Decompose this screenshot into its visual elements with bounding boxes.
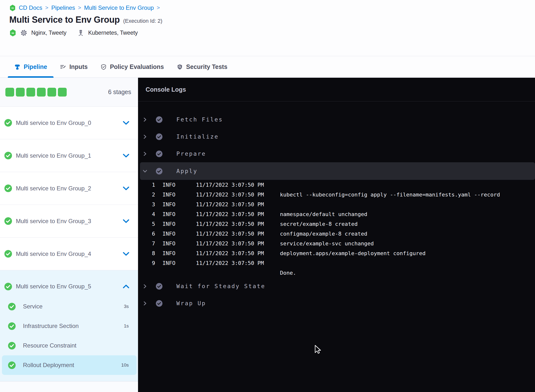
log-message: service/example-svc unchanged [280,240,374,247]
chevron-down-icon[interactable] [143,169,147,173]
chevron-right-icon[interactable] [143,284,147,288]
breadcrumb-separator: > [157,5,160,11]
step-row[interactable]: Service 3s [0,297,138,316]
step-duration: 10s [121,362,129,368]
policy-shield-check-icon [100,64,107,70]
chevron-right-icon[interactable] [143,135,147,139]
stage-row[interactable]: Multi service to Env Group_3 [0,205,138,238]
log-level: INFO [162,260,177,266]
log-timestamp: 11/17/2022 3:07:50 PM [196,221,264,227]
stage-row[interactable]: Multi service to Env Group_2 [0,172,138,205]
stages-summary: 6 stages [0,78,138,107]
log-message: secret/example-8 created [280,221,358,227]
stage-progress-square [47,88,56,97]
log-level: INFO [162,250,177,256]
stage-count-label: 6 stages [108,88,131,96]
log-line: Done. [138,268,535,278]
log-message: namespace/default unchanged [280,211,367,217]
step-row[interactable]: Infrastructure Section 1s [0,316,138,336]
stage-progress-square [37,88,46,97]
log-line-number: 9 [143,260,155,266]
console-step-row[interactable]: Wait for Steady State [138,278,535,295]
console-step-row[interactable]: Fetch Files [138,111,535,128]
log-line: 6 INFO 11/17/2022 3:07:50 PM configmap/e… [138,229,535,239]
tab-label: Policy Evaluations [110,63,164,70]
log-line: 1 INFO 11/17/2022 3:07:50 PM [138,180,535,190]
step-success-check-icon [156,151,162,157]
console-body: Fetch Files Initialize Prepare Apply 1 I… [138,101,535,312]
console-step-row[interactable]: Initialize [138,128,535,145]
log-message: deployment.apps/example-deployment confi… [280,250,426,256]
expanded-stage: Multi service to Env Group_5 Service 3s … [0,270,138,381]
stage-row[interactable]: Multi service to Env Group_0 [0,107,138,139]
chevron-up-icon[interactable] [123,284,129,288]
log-level: INFO [162,182,177,188]
console-step-row[interactable]: Apply [140,162,535,180]
log-line: 8 INFO 11/17/2022 3:07:50 PM deployment.… [138,248,535,258]
breadcrumb-link[interactable]: Multi Service to Env Group [84,4,154,11]
step-row[interactable]: Rollout Deployment 10s [2,355,137,375]
console-step-row[interactable]: Wrap Up [138,295,535,312]
log-line-number: 7 [143,240,155,247]
success-check-icon [4,119,12,127]
tab-security-tests[interactable]: Security Tests [170,56,234,77]
stage-label: Multi service to Env Group_2 [16,185,123,192]
breadcrumb-separator: > [78,5,81,11]
stage-row[interactable]: Multi service to Env Group_1 [0,139,138,172]
services-label[interactable]: Nginx, Tweety [31,30,66,36]
step-success-check-icon [156,133,162,140]
log-level: INFO [162,221,177,227]
stage-progress-square [26,88,35,97]
console-logs-header: Console Logs [138,78,535,101]
step-duration: 3s [124,304,129,309]
step-label: Resource Constraint [23,342,76,349]
stage-list: Multi service to Env Group_0 Multi servi… [0,107,138,381]
tab-policy-evaluations[interactable]: Policy Evaluations [94,56,170,77]
stage-progress-square [16,88,25,97]
chevron-down-icon[interactable] [123,154,129,158]
log-timestamp: 11/17/2022 3:07:50 PM [196,231,264,237]
chevron-down-icon[interactable] [123,252,129,256]
chevron-down-icon[interactable] [123,186,129,190]
step-success-check-icon [156,168,162,174]
step-success-check-icon [156,283,162,290]
console-step-label: Wrap Up [176,300,206,306]
stage-row[interactable]: Multi service to Env Group_5 [0,270,138,297]
stage-row[interactable]: Multi service to Env Group_4 [0,238,138,270]
chevron-down-icon[interactable] [123,219,129,223]
chevron-right-icon[interactable] [143,152,147,156]
console-logs-panel: Console Logs Fetch Files Initialize Prep… [138,78,535,392]
console-step-label: Fetch Files [176,116,223,123]
security-shield-search-icon [177,64,183,70]
mouse-cursor [315,345,322,355]
gear-icon [20,29,27,36]
breadcrumb-link[interactable]: Pipelines [51,4,75,11]
chevron-down-icon[interactable] [123,121,129,125]
chevron-right-icon[interactable] [143,118,147,122]
success-check-icon [4,283,12,290]
spacer [0,375,138,381]
breadcrumb-link[interactable]: CD Docs [19,4,42,11]
svg-text:∞: ∞ [11,6,14,10]
log-line-number: 2 [143,192,155,198]
tab-inputs[interactable]: Inputs [54,56,94,77]
success-check-icon [8,303,16,310]
step-success-check-icon [156,300,162,307]
tab-pipeline[interactable]: Pipeline [8,56,54,77]
success-check-icon [4,185,12,192]
log-line: 5 INFO 11/17/2022 3:07:50 PM secret/exam… [138,219,535,229]
sidebar-empty-area [0,381,138,392]
log-line-number: 8 [143,250,155,256]
log-level: INFO [162,211,177,217]
environments-label[interactable]: Kubernetes, Tweety [88,30,138,36]
page-title: Multi Service to Env Group [9,15,120,25]
step-label: Infrastructure Section [23,323,79,329]
log-line-number: 1 [143,182,155,188]
console-step-row[interactable]: Prepare [138,145,535,162]
success-check-icon [8,322,16,330]
chevron-right-icon[interactable] [143,301,147,305]
step-success-check-icon [156,116,162,123]
console-step-label: Apply [176,168,198,174]
console-logs-title: Console Logs [146,86,186,93]
step-row[interactable]: Resource Constraint [0,336,138,355]
